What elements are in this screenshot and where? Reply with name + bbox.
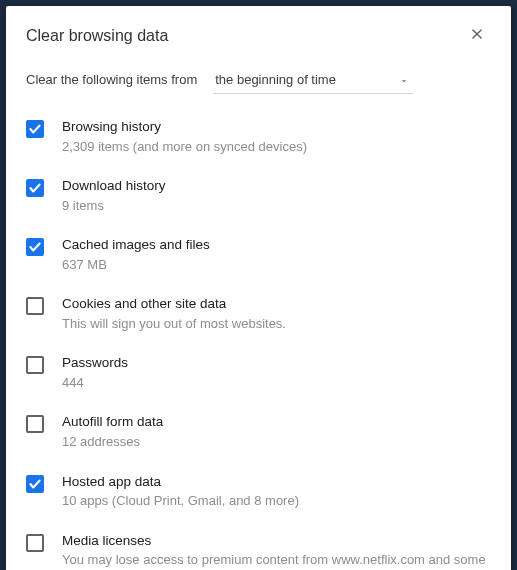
option-checkbox[interactable] (26, 297, 44, 315)
option-checkbox[interactable] (26, 415, 44, 433)
option-checkbox[interactable] (26, 120, 44, 138)
clear-browsing-data-dialog: Clear browsing data Clear the following … (6, 6, 511, 570)
option-row: Browsing history2,309 items (and more on… (26, 108, 491, 167)
option-row: Hosted app data10 apps (Cloud Print, Gma… (26, 463, 491, 522)
option-text: Passwords444 (62, 354, 491, 391)
dialog-backdrop: Clear browsing data Clear the following … (0, 0, 517, 570)
option-subtitle: 12 addresses (62, 433, 491, 451)
option-title: Cached images and files (62, 236, 491, 254)
intro-label: Clear the following items from (26, 72, 197, 87)
close-button[interactable] (463, 22, 491, 50)
option-subtitle: 637 MB (62, 256, 491, 274)
option-checkbox[interactable] (26, 534, 44, 552)
option-title: Hosted app data (62, 473, 491, 491)
dialog-title: Clear browsing data (26, 27, 463, 45)
option-subtitle: You may lose access to premium content f… (62, 551, 491, 570)
option-row: Autofill form data12 addresses (26, 403, 491, 462)
option-checkbox[interactable] (26, 238, 44, 256)
options-list: Browsing history2,309 items (and more on… (6, 100, 511, 570)
option-title: Passwords (62, 354, 491, 372)
option-text: Cookies and other site dataThis will sig… (62, 295, 491, 332)
option-text: Cached images and files637 MB (62, 236, 491, 273)
option-title: Download history (62, 177, 491, 195)
option-text: Download history9 items (62, 177, 491, 214)
option-text: Hosted app data10 apps (Cloud Print, Gma… (62, 473, 491, 510)
close-icon (470, 27, 484, 45)
option-title: Media licenses (62, 532, 491, 550)
dialog-header: Clear browsing data (6, 6, 511, 58)
option-title: Cookies and other site data (62, 295, 491, 313)
option-checkbox[interactable] (26, 356, 44, 374)
option-row: Media licensesYou may lose access to pre… (26, 522, 491, 570)
option-title: Browsing history (62, 118, 491, 136)
option-row: Cached images and files637 MB (26, 226, 491, 285)
option-row: Download history9 items (26, 167, 491, 226)
option-text: Autofill form data12 addresses (62, 413, 491, 450)
option-subtitle: 444 (62, 374, 491, 392)
option-subtitle: 10 apps (Cloud Print, Gmail, and 8 more) (62, 492, 491, 510)
option-subtitle: 2,309 items (and more on synced devices) (62, 138, 491, 156)
option-row: Passwords444 (26, 344, 491, 403)
time-range-value: the beginning of time (213, 68, 413, 94)
option-subtitle: 9 items (62, 197, 491, 215)
option-row: Cookies and other site dataThis will sig… (26, 285, 491, 344)
time-range-select[interactable]: the beginning of time (213, 68, 413, 94)
option-checkbox[interactable] (26, 475, 44, 493)
option-text: Media licensesYou may lose access to pre… (62, 532, 491, 570)
option-checkbox[interactable] (26, 179, 44, 197)
option-title: Autofill form data (62, 413, 491, 431)
time-range-row: Clear the following items from the begin… (6, 58, 511, 100)
option-text: Browsing history2,309 items (and more on… (62, 118, 491, 155)
option-subtitle: This will sign you out of most websites. (62, 315, 491, 333)
